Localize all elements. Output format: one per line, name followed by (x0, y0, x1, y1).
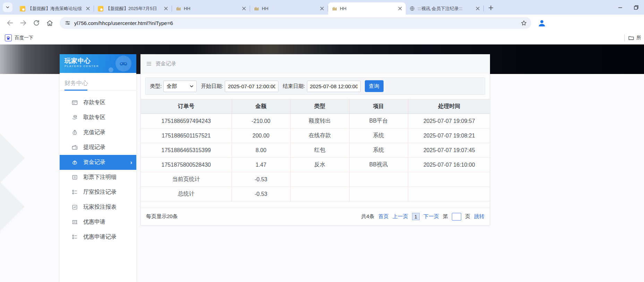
browser-tab-strip: 【新提醒】海燕策略论坛综 【新提醒】2025年7月5日 HH HH HH :::… (0, 0, 644, 15)
close-icon[interactable] (397, 6, 403, 11)
site-info-icon[interactable] (65, 20, 71, 26)
close-icon[interactable] (85, 6, 91, 11)
cell-order-no: 1751886465315399 (141, 143, 232, 158)
search-button[interactable]: 查询 (365, 80, 384, 92)
sidebar-item-hall-bet-records[interactable]: 厅室投注记录 (60, 185, 136, 200)
browser-tab-4[interactable]: HH (250, 2, 328, 15)
prev-page-link[interactable]: 上一页 (393, 213, 408, 220)
new-tab-button[interactable] (486, 3, 496, 13)
browser-tab-6[interactable]: :::视讯 会员下注纪录::: (406, 2, 483, 15)
cell-time: 2025-07-07 16:10:00 (408, 158, 490, 172)
cell-amount: 8.00 (232, 143, 290, 158)
gold-wave-icon (176, 6, 181, 11)
end-date-label: 结束日期: (283, 83, 305, 90)
browser-tab-5-active[interactable]: HH (328, 2, 406, 15)
close-icon[interactable] (241, 6, 247, 11)
start-date-input[interactable] (225, 81, 278, 92)
sidebar: 玩家中心 PLAYERS CENTER 财务中心 存款专区 取款专区 ¥ 充值记… (60, 54, 136, 282)
end-date-input[interactable] (307, 81, 361, 92)
svg-text:¥: ¥ (74, 221, 76, 223)
sidebar-item-funds-records[interactable]: $ 资金记录 › (60, 155, 136, 170)
bookmark-star-button[interactable] (521, 20, 527, 26)
back-button[interactable] (4, 17, 16, 29)
checklist-icon (71, 234, 78, 240)
list-card-icon (71, 174, 78, 181)
current-page-badge[interactable]: 1 (412, 213, 420, 220)
sidebar-item-label: 彩票下注明细 (83, 174, 117, 181)
watermark-shape (0, 180, 25, 234)
browser-tab-2[interactable]: 【新提醒】2025年7月5日 (94, 2, 172, 15)
cell-order-no: 1751886597494243 (141, 114, 232, 128)
sidebar-item-label: 充值记录 (83, 129, 105, 136)
tab-title: 【新提醒】海燕策略论坛综 (28, 6, 83, 12)
home-button[interactable] (44, 17, 55, 29)
close-icon[interactable] (475, 6, 481, 11)
table-row: 1751886501157521 200.00 在线存款 系统 2025-07-… (141, 128, 490, 143)
gold-wave-icon (332, 6, 337, 11)
page-number-input[interactable] (452, 213, 461, 221)
browser-tab-1[interactable]: 【新提醒】海燕策略论坛综 (16, 2, 94, 15)
cell-type: 额度转出 (290, 114, 349, 128)
column-header-item: 项目 (349, 99, 408, 114)
jump-link[interactable]: 跳转 (474, 213, 484, 220)
sidebar-item-withdraw[interactable]: 取款专区 (60, 110, 136, 125)
minimize-button[interactable] (612, 0, 628, 15)
table-row-page-summary: 当前页统计 -0.53 (141, 172, 490, 187)
sidebar-item-promo-application-records[interactable]: 优惠申请记录 (60, 230, 136, 244)
tab-title: HH (340, 6, 395, 11)
address-bar[interactable]: yl756.com/hhcp/usercenter.html?iniType=6 (60, 17, 531, 29)
close-icon[interactable] (319, 6, 325, 11)
sidebar-item-withdrawal-records[interactable]: 提现记录 (60, 140, 136, 155)
sidebar-item-label: 取款专区 (83, 114, 105, 121)
sidebar-menu: 存款专区 取款专区 ¥ 充值记录 提现记录 $ 资金记录 › 彩票下注明细 (60, 91, 136, 244)
sidebar-item-player-bet-report[interactable]: 玩家投注报表 (60, 200, 136, 215)
window-controls (612, 0, 644, 15)
moneybag-icon: ¥ (71, 129, 78, 136)
chart-icon (71, 204, 78, 210)
sidebar-item-promo-application[interactable]: ¥ 优惠申请 (60, 215, 136, 230)
chevron-right-icon: › (130, 159, 132, 166)
cell-type: 红包 (290, 143, 349, 158)
first-page-link[interactable]: 首页 (378, 213, 389, 220)
forward-icon (19, 19, 27, 27)
close-icon[interactable] (163, 6, 169, 11)
sidebar-item-lottery-bet-details[interactable]: 彩票下注明细 (60, 170, 136, 185)
table-header-row: 订单号 金额 类型 项目 处理时间 (141, 99, 490, 114)
globe-icon (410, 6, 415, 11)
sidebar-item-label: 优惠申请记录 (83, 233, 117, 241)
bookmark-baidu[interactable]: 百度一下 (5, 34, 33, 41)
column-header-order-no: 订单号 (141, 99, 232, 114)
tab-title: HH (262, 6, 317, 11)
chat-bubble-icon (20, 6, 25, 11)
cell-order-no: 1751875800528430 (141, 158, 232, 172)
tab-search-button[interactable] (3, 2, 12, 12)
sidebar-item-deposit[interactable]: 存款专区 (60, 95, 136, 110)
tab-title: 【新提醒】2025年7月5日 (106, 6, 161, 12)
sidebar-section-title: 财务中心 (65, 79, 88, 90)
restore-button[interactable] (628, 0, 644, 15)
all-bookmarks-button[interactable]: 所 (628, 35, 641, 41)
tab-title: HH (184, 6, 239, 11)
next-page-link[interactable]: 下一页 (423, 213, 439, 220)
cell-time: 2025-07-07 19:08:21 (408, 128, 490, 143)
sidebar-item-label: 提现记录 (83, 144, 105, 151)
browser-tab-3[interactable]: HH (172, 2, 250, 15)
sidebar-item-label: 资金记录 (83, 159, 105, 166)
sidebar-banner: 玩家中心 PLAYERS CENTER (60, 54, 136, 73)
sidebar-item-label: 厅室投注记录 (83, 189, 117, 196)
start-date-label: 开始日期: (201, 83, 223, 90)
cell-type: 反水 (290, 158, 349, 172)
ticket-icon: ¥ (71, 219, 78, 225)
forward-button[interactable] (17, 17, 29, 29)
jump-suffix-label: 页 (465, 213, 470, 220)
main-panel: 资金记录 类型: 全部 开始日期: 结束日期: 查询 订单号 金额 类型 项目 (140, 54, 490, 225)
cell-summary-label: 当前页统计 (141, 172, 232, 187)
profile-avatar[interactable] (538, 19, 546, 27)
reload-button[interactable] (31, 17, 42, 29)
type-select[interactable]: 全部 (163, 81, 197, 92)
total-count-text: 共4条 (361, 213, 374, 220)
cell-amount: 200.00 (232, 128, 290, 143)
home-icon (46, 19, 53, 27)
sidebar-item-recharge-records[interactable]: ¥ 充值记录 (60, 125, 136, 140)
page-size-text: 每页显示20条 (146, 213, 178, 220)
